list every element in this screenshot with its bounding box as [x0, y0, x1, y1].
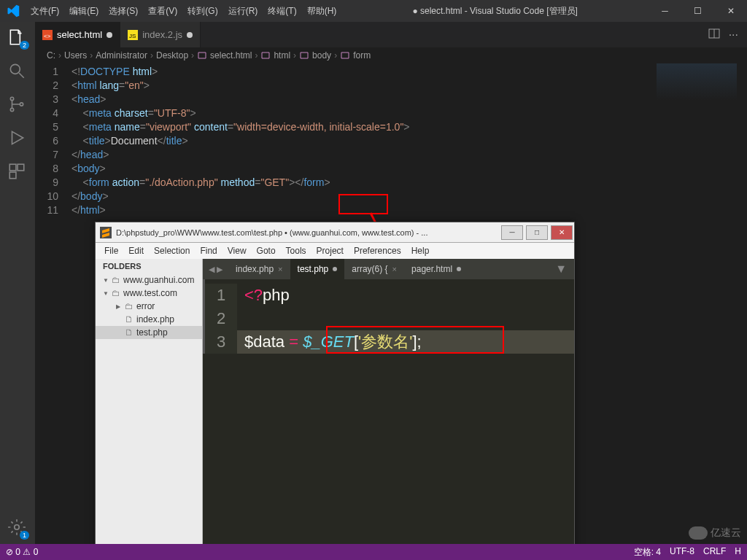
tree-file[interactable]: 🗋 index.php [96, 313, 202, 326]
sublime-menu-item[interactable]: Selection [154, 246, 190, 256]
code-content[interactable]: <meta charset="UTF-8"> [71, 106, 196, 120]
split-editor-icon[interactable] [708, 28, 720, 42]
run-debug-icon[interactable] [7, 128, 28, 149]
code-line[interactable]: 2<html lang="en"> [35, 79, 747, 93]
breadcrumb-item[interactable]: form [353, 50, 371, 61]
tree-folder[interactable]: ▼🗀 www.test.com [96, 287, 202, 300]
breadcrumb-item[interactable]: select.html [210, 50, 252, 61]
window-title: ● select.html - Visual Studio Code [管理员] [341, 5, 649, 18]
disclosure-triangle-icon: ▼ [103, 277, 109, 284]
breadcrumb-item[interactable]: Users [64, 50, 87, 61]
menu-item[interactable]: 文件(F) [26, 5, 64, 18]
sublime-tab[interactable]: pager.html [404, 259, 468, 279]
code-content[interactable]: <html lang="en"> [71, 79, 150, 93]
folder-icon: 🗀 [125, 301, 133, 311]
sublime-window-controls: ─ □ ✕ [500, 223, 574, 242]
tree-folder[interactable]: ▶🗀 error [96, 300, 202, 313]
explorer-icon[interactable]: 2 [7, 28, 28, 48]
sublime-tab[interactable]: array(6) {× [344, 259, 404, 279]
code-content[interactable]: <meta name="viewport" content="width=dev… [71, 120, 410, 134]
source-control-icon[interactable] [7, 95, 28, 115]
maximize-button[interactable]: ☐ [681, 0, 714, 22]
code-line[interactable]: 4 <meta charset="UTF-8"> [35, 106, 747, 120]
menu-item[interactable]: 编辑(E) [64, 5, 104, 18]
search-icon[interactable] [7, 61, 28, 82]
code-line[interactable]: 9 <form action="./doAction.php" method="… [35, 176, 747, 190]
sublime-close-button[interactable]: ✕ [551, 225, 573, 240]
close-icon[interactable]: × [392, 265, 397, 273]
chevron-right-icon: › [255, 50, 258, 61]
breadcrumb-item[interactable]: C: [47, 50, 55, 61]
dirty-dot-icon [187, 32, 193, 38]
status-problems[interactable]: ⊘ 0 ⚠ 0 [6, 547, 38, 557]
code-content[interactable]: <head> [71, 93, 107, 106]
tree-file[interactable]: 🗋 test.php [96, 326, 202, 339]
symbol-icon [260, 50, 271, 61]
menu-item[interactable]: 终端(T) [263, 5, 301, 18]
code-line[interactable]: 8<body> [35, 162, 747, 176]
tree-label: www.guanhui.com [123, 275, 194, 285]
code-content[interactable]: <body> [71, 162, 106, 176]
sublime-menu-item[interactable]: Preferences [354, 246, 401, 256]
close-icon[interactable]: × [278, 265, 282, 273]
menu-item[interactable]: 查看(V) [143, 5, 182, 18]
status-item[interactable]: 空格: 4 [634, 546, 661, 559]
code-content[interactable]: </head> [71, 148, 109, 162]
minimize-button[interactable]: ─ [649, 0, 681, 22]
editor-tab[interactable]: JSindex.2.js [120, 22, 201, 47]
sublime-menu-item[interactable]: Project [317, 246, 344, 256]
code-line[interactable]: 7</head> [35, 148, 747, 162]
status-item[interactable]: H [735, 546, 741, 559]
minimap[interactable] [657, 63, 737, 100]
sublime-minimize-button[interactable]: ─ [501, 225, 523, 240]
sublime-menu-item[interactable]: Goto [257, 246, 276, 256]
sublime-menu-item[interactable]: Edit [128, 246, 144, 256]
sublime-titlebar: D:\phpstudy_pro\WWW\www.test.com\test.ph… [96, 222, 574, 243]
menubar: 文件(F)编辑(E)选择(S)查看(V)转到(G)运行(R)终端(T)帮助(H) [26, 5, 341, 18]
menu-item[interactable]: 运行(R) [223, 5, 263, 18]
tab-overflow-icon[interactable]: ▼ [548, 262, 574, 276]
sublime-menu-item[interactable]: View [228, 246, 247, 256]
code-content[interactable]: </html> [71, 203, 106, 217]
tree-folder[interactable]: ▼🗀 www.guanhui.com [96, 273, 202, 287]
sublime-menu-item[interactable]: Find [200, 246, 217, 256]
breadcrumb-item[interactable]: body [312, 50, 331, 61]
settings-gear-icon[interactable]: 1 [7, 518, 28, 538]
sublime-menu-item[interactable]: Tools [286, 246, 306, 256]
breadcrumb-item[interactable]: Administrator [96, 50, 147, 61]
breadcrumb[interactable]: C:›Users›Administrator›Desktop›select.ht… [35, 47, 747, 63]
breadcrumb-item[interactable]: Desktop [156, 50, 188, 61]
menu-item[interactable]: 帮助(H) [302, 5, 342, 18]
menu-item[interactable]: 转到(G) [182, 5, 222, 18]
sublime-menu-item[interactable]: Help [411, 246, 430, 256]
code-content[interactable]: <!DOCTYPE html> [71, 65, 158, 79]
code-content[interactable]: <title>Document</title> [71, 134, 188, 148]
code-content[interactable]: <?php [237, 284, 290, 307]
extensions-icon[interactable] [7, 162, 28, 182]
window-controls: ─ ☐ ✕ [649, 0, 747, 22]
menu-item[interactable]: 选择(S) [104, 5, 143, 18]
code-line[interactable]: 3<head> [35, 93, 747, 106]
code-content[interactable]: <form action="./doAction.php" method="GE… [71, 176, 330, 190]
sublime-tab[interactable]: index.php× [228, 259, 290, 279]
sublime-code-line[interactable]: 1<?php [205, 284, 574, 307]
sublime-tab[interactable]: test.php [290, 259, 345, 279]
code-line[interactable]: 5 <meta name="viewport" content="width=d… [35, 120, 747, 134]
close-button[interactable]: ✕ [714, 0, 747, 22]
sublime-maximize-button[interactable]: □ [526, 225, 548, 240]
breadcrumb-item[interactable]: html [274, 50, 290, 61]
status-item[interactable]: CRLF [703, 546, 726, 559]
sublime-tab-nav[interactable]: ◀ ▶ [203, 265, 228, 274]
code-line[interactable]: 11</html> [35, 203, 747, 217]
annotation-box-get [338, 194, 388, 214]
code-content[interactable]: </body> [71, 190, 109, 203]
more-actions-icon[interactable]: ··· [729, 28, 738, 42]
editor-tab[interactable]: <>select.html [35, 22, 120, 47]
status-item[interactable]: UTF-8 [670, 546, 694, 559]
code-line[interactable]: 6 <title>Document</title> [35, 134, 747, 148]
code-line[interactable]: 10</body> [35, 190, 747, 203]
code-editor[interactable]: 1<!DOCTYPE html>2<html lang="en">3<head>… [35, 63, 747, 217]
sublime-editor: ◀ ▶ index.php×test.phparray(6) {×pager.h… [203, 259, 574, 556]
sublime-menu-item[interactable]: File [104, 246, 118, 256]
code-line[interactable]: 1<!DOCTYPE html> [35, 65, 747, 79]
